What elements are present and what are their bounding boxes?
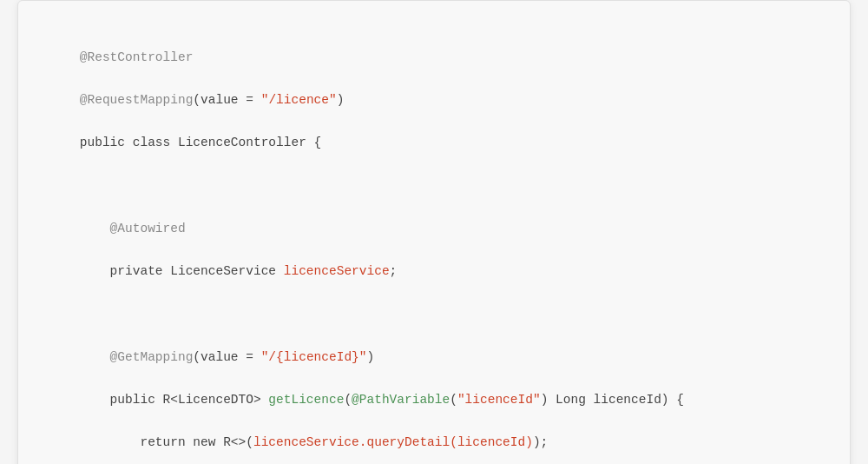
line-annotation-2-paren: (value = bbox=[193, 93, 260, 107]
code-container: @RestController @RequestMapping(value = … bbox=[17, 0, 851, 464]
line-8: @GetMapping bbox=[80, 350, 194, 364]
code-block: @RestController @RequestMapping(value = … bbox=[49, 25, 819, 464]
line-9: public R<LicenceDTO> getLicence(@PathVar… bbox=[80, 393, 684, 407]
line-6: private LicenceService licenceService; bbox=[80, 264, 397, 278]
line-annotation-2: @RequestMapping bbox=[80, 93, 194, 107]
line-10: return new R<>(licenceService.queryDetai… bbox=[80, 435, 549, 449]
line-5: @Autowired bbox=[80, 222, 186, 235]
line-3: public class LicenceController { bbox=[80, 136, 321, 149]
line-annotation-1: @RestController bbox=[80, 50, 194, 64]
